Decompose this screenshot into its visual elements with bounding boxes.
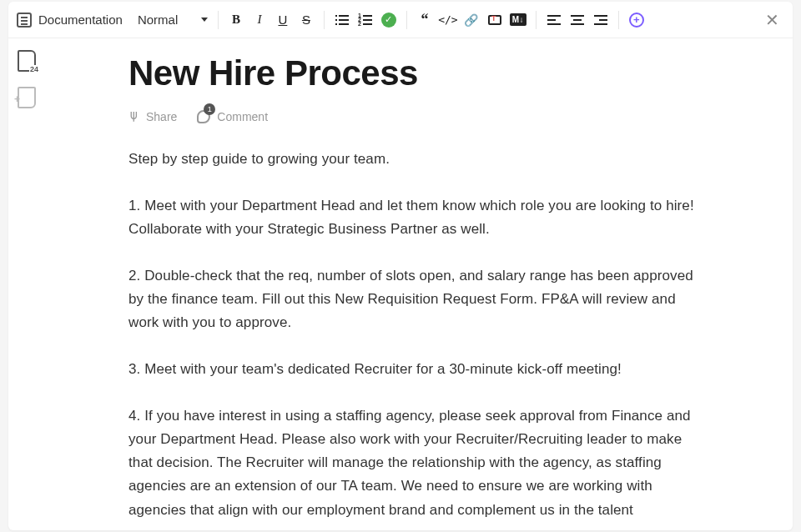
- step-2: 2. Double-check that the req, number of …: [128, 264, 709, 334]
- doc-type[interactable]: Documentation: [17, 13, 129, 28]
- new-page-icon[interactable]: [18, 87, 36, 108]
- action-row: Share 1 Comment: [128, 108, 709, 124]
- editor-window: Documentation Normal B I U S ✓: [8, 2, 793, 530]
- share-label: Share: [146, 110, 177, 123]
- separator: [324, 11, 325, 29]
- bullet-list-button[interactable]: [331, 9, 353, 31]
- comment-count-badge: 1: [204, 103, 215, 115]
- body-text[interactable]: Step by step guide to growing your team.…: [128, 148, 709, 522]
- toolbar: Documentation Normal B I U S ✓: [8, 2, 793, 38]
- align-left-icon: [547, 15, 561, 25]
- link-button[interactable]: [461, 9, 482, 31]
- strikethrough-button[interactable]: S: [295, 9, 317, 31]
- bullet-list-icon: [335, 15, 349, 25]
- check-circle-icon: ✓: [381, 13, 396, 28]
- comment-button[interactable]: 1 Comment: [197, 110, 268, 123]
- close-button[interactable]: ✕: [759, 8, 784, 33]
- share-icon: [128, 108, 139, 124]
- align-center-icon: [571, 15, 584, 25]
- text-box-button[interactable]: [484, 9, 506, 31]
- page-title: New Hire Process: [128, 53, 709, 93]
- text-box-icon: [488, 15, 501, 25]
- body-area: New Hire Process Share 1 Comment Step by…: [8, 38, 793, 530]
- step-3: 3. Meet with your team's dedicated Recru…: [128, 358, 709, 381]
- comment-label: Comment: [217, 110, 268, 123]
- bold-button[interactable]: B: [225, 9, 247, 31]
- text-style-select[interactable]: Normal: [131, 13, 211, 27]
- plus-circle-icon: [629, 13, 644, 28]
- document-content[interactable]: New Hire Process Share 1 Comment Step by…: [45, 38, 793, 530]
- align-right-button[interactable]: [590, 9, 612, 31]
- code-button[interactable]: </>: [437, 9, 459, 31]
- intro-paragraph: Step by step guide to growing your team.: [128, 148, 709, 171]
- underline-button[interactable]: U: [272, 9, 294, 31]
- blockquote-button[interactable]: “: [414, 9, 436, 31]
- doc-type-label: Documentation: [38, 13, 123, 27]
- comment-icon: 1: [197, 110, 210, 123]
- markdown-icon: M↓: [510, 13, 526, 26]
- separator: [536, 11, 537, 29]
- text-style-label: Normal: [138, 13, 178, 27]
- document-icon: [17, 13, 32, 28]
- share-button[interactable]: Share: [128, 108, 177, 124]
- separator: [406, 11, 407, 29]
- numbered-list-button[interactable]: [355, 9, 376, 31]
- step-4: 4. If you have interest in using a staff…: [128, 404, 709, 521]
- left-gutter: [8, 38, 45, 530]
- chevron-down-icon: [201, 18, 208, 22]
- separator: [218, 11, 219, 29]
- separator: [618, 11, 619, 29]
- align-left-button[interactable]: [543, 9, 565, 31]
- page-count-icon[interactable]: [18, 50, 36, 72]
- checklist-button[interactable]: ✓: [378, 9, 400, 31]
- italic-button[interactable]: I: [249, 9, 270, 31]
- add-block-button[interactable]: [626, 9, 647, 31]
- numbered-list-icon: [359, 15, 372, 25]
- align-right-icon: [594, 15, 607, 25]
- step-1: 1. Meet with your Department Head and le…: [128, 194, 709, 241]
- markdown-button[interactable]: M↓: [507, 9, 529, 31]
- align-center-button[interactable]: [567, 9, 588, 31]
